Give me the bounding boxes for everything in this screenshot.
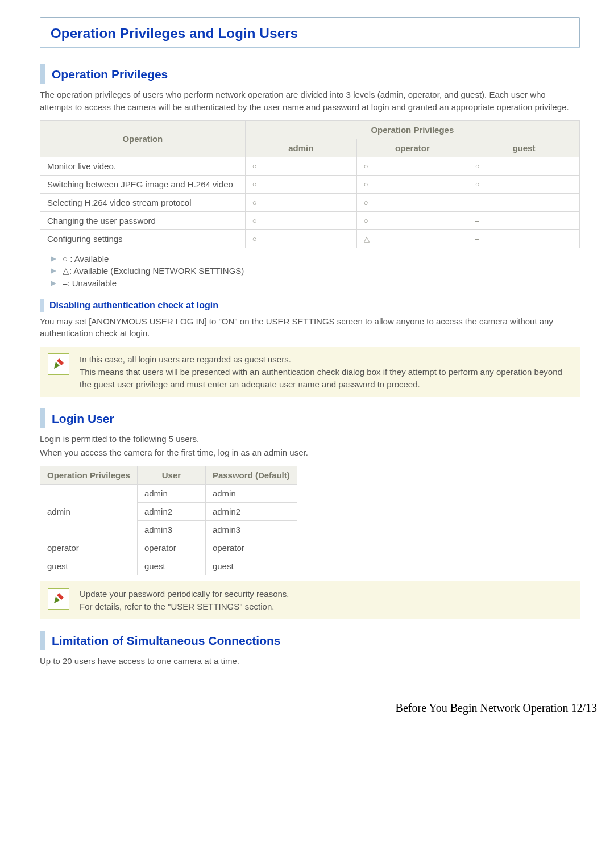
legend-item-available: ○ : Available [50, 253, 580, 265]
section-heading-wrap: Limitation of Simultaneous Connections [40, 631, 580, 650]
limitation-text: Up to 20 users have access to one camera… [40, 655, 580, 667]
legend-item-unavailable: –: Unavailable [50, 277, 580, 289]
table-row: guest guest guest [40, 557, 297, 575]
th-guest: guest [468, 139, 579, 157]
page-footer: Before You Begin Network Operation 12/13 [0, 697, 614, 726]
th-priv: Operation Privileges [40, 466, 138, 484]
triangle-bullet-icon [50, 268, 57, 274]
section-heading-wrap: Login User [40, 408, 580, 428]
cell-admin: ○ [245, 193, 356, 211]
cell-operator: ○ [356, 157, 468, 175]
operation-privileges-table: Operation Operation Privileges admin ope… [40, 120, 580, 248]
login-line2: When you access the camera for the first… [40, 446, 580, 459]
svg-marker-0 [51, 256, 56, 262]
section-heading-login-user: Login User [40, 408, 580, 428]
table-row: Selecting H.264 video stream protocol ○ … [40, 193, 580, 211]
table-row: Configuring settings ○ △ – [40, 229, 580, 248]
th-privileges-group: Operation Privileges [245, 120, 579, 139]
legend-list: ○ : Available △: Available (Excluding NE… [50, 253, 580, 289]
cell-guest: ○ [468, 157, 579, 175]
note-line: Update your password periodically for se… [80, 589, 289, 599]
svg-rect-6 [51, 591, 66, 606]
cell-user: admin3 [137, 520, 205, 539]
cell-op: Configuring settings [40, 229, 246, 248]
note-icon [48, 353, 69, 375]
note-box: In this case, all login users are regard… [40, 347, 580, 397]
note-text: In this case, all login users are regard… [80, 353, 572, 390]
cell-operator: ○ [356, 211, 468, 229]
cell-user: guest [137, 557, 205, 575]
cell-op: Switching between JPEG image and H.264 v… [40, 175, 246, 193]
th-user: User [137, 466, 205, 484]
cell-pw: admin2 [205, 502, 297, 520]
table-row: Switching between JPEG image and H.264 v… [40, 175, 580, 193]
cell-user: admin2 [137, 502, 205, 520]
cell-op: Selecting H.264 video stream protocol [40, 193, 246, 211]
cell-pw: admin3 [205, 520, 297, 539]
th-admin: admin [245, 139, 356, 157]
svg-marker-2 [51, 281, 56, 286]
note-box: Update your password periodically for se… [40, 581, 580, 620]
cell-op: Changing the user password [40, 211, 246, 229]
subheading-disable-auth: Disabling authentication check at login [40, 299, 580, 312]
section-heading-operation-privileges: Operation Privileges [40, 64, 580, 84]
th-operator: operator [356, 139, 468, 157]
cell-priv: operator [40, 539, 138, 557]
cell-admin: ○ [245, 157, 356, 175]
cell-pw: operator [205, 539, 297, 557]
triangle-bullet-icon [50, 280, 57, 287]
section-heading-limitation: Limitation of Simultaneous Connections [40, 631, 580, 650]
cell-guest: ○ [468, 175, 579, 193]
cell-pw: admin [205, 484, 297, 502]
privileges-intro: The operation privileges of users who pe… [40, 89, 580, 114]
cell-user: operator [137, 539, 205, 557]
login-line1: Login is permitted to the following 5 us… [40, 433, 580, 445]
table-row: Changing the user password ○ ○ – [40, 211, 580, 229]
section-heading-wrap: Operation Privileges [40, 64, 580, 84]
cell-guest: – [468, 193, 579, 211]
svg-rect-3 [51, 357, 66, 372]
legend-text: ○ : Available [63, 254, 109, 264]
cell-admin: ○ [245, 175, 356, 193]
table-row: operator operator operator [40, 539, 297, 557]
th-pw: Password (Default) [205, 466, 297, 484]
login-users-table: Operation Privileges User Password (Defa… [40, 466, 297, 575]
cell-pw: guest [205, 557, 297, 575]
cell-priv: admin [40, 484, 138, 539]
cell-operator: ○ [356, 175, 468, 193]
svg-marker-1 [51, 268, 56, 274]
cell-operator: △ [356, 229, 468, 248]
cell-priv: guest [40, 557, 138, 575]
note-line: This means that users will be presented … [80, 367, 562, 389]
table-row: Monitor live video. ○ ○ ○ [40, 157, 580, 175]
legend-text: △: Available (Excluding NETWORK SETTINGS… [63, 266, 244, 276]
disable-auth-text: You may set [ANONYMOUS USER LOG IN] to "… [40, 315, 580, 340]
note-line: For details, refer to the "USER SETTINGS… [80, 602, 274, 611]
cell-user: admin [137, 484, 205, 502]
legend-item-partial: △: Available (Excluding NETWORK SETTINGS… [50, 265, 580, 277]
chapter-title: Operation Privileges and Login Users [51, 26, 569, 41]
legend-text: –: Unavailable [63, 278, 117, 288]
cell-guest: – [468, 211, 579, 229]
cell-admin: ○ [245, 229, 356, 248]
note-line: In this case, all login users are regard… [80, 354, 291, 364]
cell-admin: ○ [245, 211, 356, 229]
th-operation: Operation [40, 120, 246, 157]
cell-op: Monitor live video. [40, 157, 246, 175]
note-text: Update your password periodically for se… [80, 588, 572, 613]
chapter-title-box: Operation Privileges and Login Users [40, 17, 580, 48]
table-row: admin admin admin [40, 484, 297, 502]
note-icon [48, 588, 69, 610]
cell-operator: ○ [356, 193, 468, 211]
triangle-bullet-icon [50, 256, 57, 262]
cell-guest: – [468, 229, 579, 248]
